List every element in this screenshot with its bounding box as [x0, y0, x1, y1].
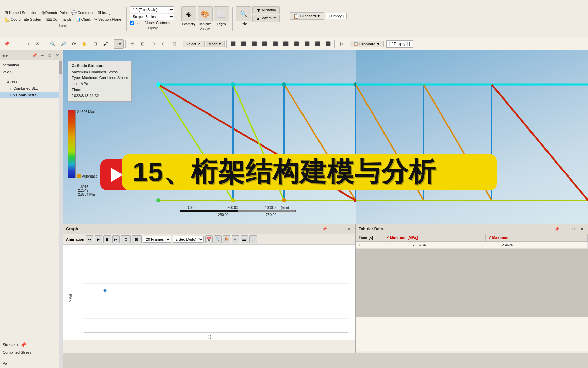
table-row[interactable]: 1 1 -2.8784 2.4626: [356, 242, 588, 249]
sidebar-min-btn[interactable]: ─: [39, 52, 46, 59]
view6-icon[interactable]: ⬛: [281, 39, 291, 49]
zoom-out2-icon[interactable]: ⊖: [159, 39, 168, 49]
right-truss-svg: [356, 50, 588, 224]
anim-prev-btn[interactable]: ⏮: [86, 235, 93, 243]
zoom-fit-icon[interactable]: ⊞: [138, 39, 147, 49]
anim-more-btn[interactable]: ⋮: [249, 235, 257, 243]
anim-next-btn[interactable]: ⏭: [112, 235, 120, 243]
sidebar-item-0[interactable]: formation: [0, 62, 63, 68]
sidebar-pin-btn[interactable]: 📌: [31, 52, 38, 59]
tabular-max-btn[interactable]: □: [570, 226, 577, 232]
play-button[interactable]: [100, 159, 131, 190]
anim-arrow-btn[interactable]: →: [232, 235, 239, 243]
view7-icon[interactable]: ⬛: [292, 39, 301, 49]
view4-icon[interactable]: ⬛: [260, 39, 270, 49]
toolbar-chart[interactable]: 📊 Chart: [74, 16, 92, 22]
maximum-btn[interactable]: ▲Maximum: [252, 15, 280, 22]
zoom-region-icon[interactable]: ⊟: [169, 39, 179, 49]
sec-select[interactable]: 2 Sec (Auto): [173, 236, 204, 243]
anim-split-btn[interactable]: ⊟: [132, 235, 142, 243]
svg-point-15: [282, 198, 286, 202]
anim-stop-btn[interactable]: ⏹: [103, 235, 111, 243]
svg-line-1: [158, 85, 356, 200]
minimum-btn[interactable]: ▼Minimum ▲Maximum: [252, 6, 280, 26]
tabular-pin-btn[interactable]: 📌: [554, 226, 560, 232]
play-triangle-icon: [111, 168, 123, 182]
geometry-btn[interactable]: ◈ Geometry: [181, 6, 196, 26]
select-box-icon[interactable]: ⊡: [90, 39, 100, 49]
extra-icon[interactable]: ⟩⟩: [337, 39, 346, 49]
graph-min-btn[interactable]: ─: [329, 226, 336, 232]
tabular-min-btn[interactable]: ─: [562, 226, 569, 232]
clipboard-btn[interactable]: 📋 Clipboard ▼: [290, 12, 324, 20]
tabular-close-btn[interactable]: ✕: [578, 226, 585, 232]
contours-btn[interactable]: 🎨 Contours: [198, 6, 213, 26]
graph-pin-btn[interactable]: 📌: [321, 226, 328, 232]
close-btn2[interactable]: ✕: [33, 39, 42, 49]
sidebar-item-4[interactable]: n Combined St...: [0, 85, 63, 92]
view8-icon[interactable]: ⬛: [302, 39, 312, 49]
table-col-min: ✓ Minimum [MPa]: [383, 234, 486, 241]
anim-bar-btn[interactable]: ▬: [241, 235, 248, 243]
circle-select-icon[interactable]: ○▼: [114, 39, 124, 49]
select-btn[interactable]: Select 🖱: [183, 41, 205, 47]
crosshair-icon[interactable]: ✛: [127, 39, 137, 49]
icon-sep-3: [125, 40, 126, 48]
sidebar-item-1[interactable]: ation: [0, 68, 63, 75]
zoom-icon[interactable]: 🔍: [48, 39, 58, 49]
edges-btn[interactable]: ⬜ Edges: [214, 6, 229, 26]
empty-bracket-label: [ [ Empty ] ]: [386, 40, 413, 48]
graph-max-btn[interactable]: □: [338, 226, 344, 232]
sidebar-item-2[interactable]: [0, 75, 63, 78]
view2-icon[interactable]: ⬛: [239, 39, 248, 49]
probe-btn[interactable]: 🔍 Probe: [236, 6, 251, 26]
scoped-bodies-dropdown[interactable]: Scoped Bodies: [130, 14, 174, 20]
toolbar-section-plane[interactable]: ✂ Section Plane: [93, 16, 123, 22]
anim-color-btn[interactable]: 🎨: [223, 235, 230, 243]
anim-play-btn[interactable]: ▶: [95, 235, 102, 243]
toolbar-coordinate-system[interactable]: 📐 Coordinate System: [3, 16, 44, 22]
graph-y-label: [MPa]: [69, 294, 72, 303]
sidebar-combined-stress[interactable]: Combined Stress: [3, 350, 31, 354]
sidebar-item-5[interactable]: un Combined S...: [0, 92, 63, 98]
maximize-btn2[interactable]: □: [22, 39, 32, 49]
property-label: Stress* ▼ 📌: [3, 342, 26, 348]
pan-icon[interactable]: ✋: [80, 39, 89, 49]
view1-icon[interactable]: ⬛: [228, 39, 238, 49]
table-header: Time [s] ✓ Minimum [MPa] ✓ Maximum: [356, 234, 588, 242]
sidebar-item-3[interactable]: Stress: [0, 78, 63, 85]
table-cell-time: 1: [383, 242, 410, 248]
toolbar-comment[interactable]: 💬 Comment: [70, 10, 95, 16]
view3-icon[interactable]: ⬛: [249, 39, 259, 49]
property-pin[interactable]: 📌: [20, 342, 26, 348]
zoom-in2-icon[interactable]: ⊕: [148, 39, 158, 49]
clipboard-btn2[interactable]: 📋 Clipboard ▼: [350, 41, 384, 47]
anim-calendar-btn[interactable]: 📅: [205, 235, 213, 243]
view5-icon[interactable]: ⬛: [271, 39, 280, 49]
minimize-btn2[interactable]: ─: [12, 39, 22, 49]
sidebar-scrollbar[interactable]: [59, 59, 63, 368]
sidebar-collapse-btn[interactable]: ◀ ▶: [2, 53, 9, 57]
view10-icon[interactable]: ⬛: [323, 39, 333, 49]
graph-close-btn[interactable]: ✕: [346, 226, 353, 232]
large-vertex-checkbox[interactable]: [130, 21, 134, 25]
toolbar-area: ⊞ Named Selection ◎ Remote Point 💬 Comme…: [0, 0, 588, 37]
toolbar-named-selection[interactable]: ⊞ Named Selection: [3, 10, 39, 16]
graph-panel-controls: 📌 ─ □ ✕: [321, 226, 353, 232]
toolbar-commands[interactable]: ⌨ Commands: [45, 16, 73, 22]
zoom-out-icon[interactable]: 🔎: [59, 39, 68, 49]
frames-select[interactable]: 20 Frames: [143, 236, 171, 243]
toolbar-images[interactable]: 🖼 Images: [96, 10, 116, 16]
toolbar-remote-point[interactable]: ◎ Remote Point: [40, 10, 69, 16]
pin-btn[interactable]: 📌: [2, 39, 12, 49]
mode-btn[interactable]: Mode ▼: [206, 41, 225, 47]
anim-zoom-btn[interactable]: 🔍: [214, 235, 222, 243]
paint-icon[interactable]: 🖌: [101, 39, 110, 49]
scale-dropdown[interactable]: 1.0 (True Scale): [130, 6, 174, 13]
view9-icon[interactable]: ⬛: [313, 39, 322, 49]
rotate-icon[interactable]: ⟳: [69, 39, 79, 49]
anim-box-btn[interactable]: ⊡: [121, 235, 131, 243]
sidebar-max-btn[interactable]: □: [46, 52, 53, 59]
sidebar-close-btn[interactable]: ✕: [54, 52, 61, 59]
sidebar-scroll-thumb[interactable]: [59, 61, 62, 74]
